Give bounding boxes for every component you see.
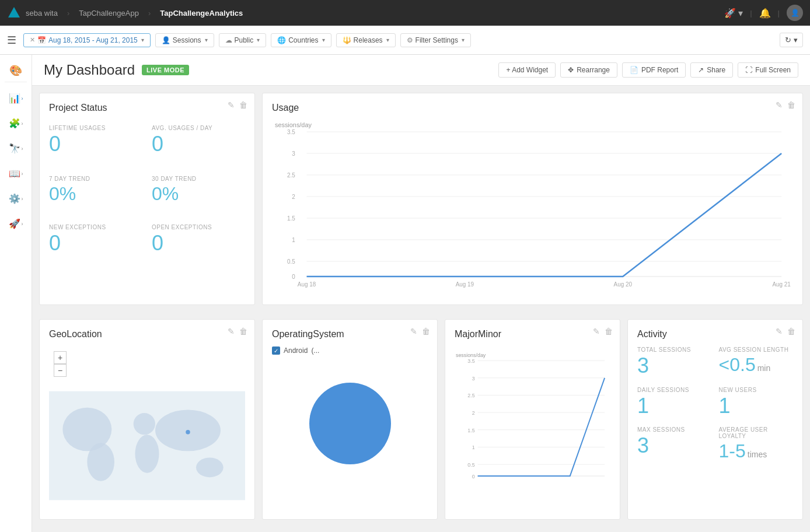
project-status-actions: ✎ 🗑: [228, 100, 247, 110]
edit-majorminor-icon[interactable]: ✎: [593, 327, 600, 336]
countries-button[interactable]: 🌐 Countries ▾: [271, 33, 331, 47]
fullscreen-label: Full Screen: [755, 66, 791, 74]
svg-text:0: 0: [292, 274, 295, 280]
delete-project-status-icon[interactable]: 🗑: [239, 100, 247, 110]
edit-project-status-icon[interactable]: ✎: [228, 100, 235, 110]
sessions-button[interactable]: 👤 Sessions ▾: [155, 33, 214, 47]
android-check-icon[interactable]: ✓: [272, 346, 280, 355]
dashboard-actions: + Add Widget ✥ Rearrange 📄 PDF Report ↗ …: [498, 62, 798, 78]
svg-text:2: 2: [472, 410, 475, 416]
map-zoom-out-button[interactable]: −: [54, 364, 67, 377]
daily-sessions-stat: DAILY SESSIONS 1: [637, 387, 712, 418]
total-sessions-value: 3: [637, 354, 712, 377]
brand-logo[interactable]: seba wita: [7, 6, 58, 20]
content-area: My Dashboard LIVE MODE + Add Widget ✥ Re…: [32, 55, 810, 532]
delete-geolocation-icon[interactable]: 🗑: [239, 327, 247, 336]
pdf-report-button[interactable]: 📄 PDF Report: [622, 62, 686, 78]
sidebar-item-explore[interactable]: 🔭 ›: [0, 137, 32, 160]
avg-session-length-stat: AVG SESSION LENGTH <0.5 min: [719, 346, 794, 377]
open-exceptions-value: 0: [152, 233, 245, 254]
top-navigation: seba wita › TapChallengeApp › TapChallen…: [0, 0, 810, 26]
map-zoom-in-button[interactable]: +: [54, 351, 67, 364]
android-legend-label: Android: [284, 346, 308, 355]
lifetime-usages-value: 0: [49, 134, 142, 155]
countries-label: Countries: [288, 36, 318, 44]
sidebar-item-plugins[interactable]: 🧩 ›: [0, 112, 32, 135]
avg-session-length-value: <0.5 min: [719, 354, 794, 376]
countries-icon: 🌐: [277, 36, 286, 44]
filter-settings-button[interactable]: ⚙ Filter Settings ▾: [400, 33, 471, 47]
sidebar-top: 🎨: [5, 60, 27, 82]
plugins-arrow-icon: ›: [22, 121, 23, 127]
share-button[interactable]: ↗ Share: [690, 62, 733, 78]
edit-activity-icon[interactable]: ✎: [776, 327, 783, 336]
total-sessions-stat: TOTAL SESSIONS 3: [637, 346, 712, 377]
lifetime-usages-label: LIFETIME USAGES: [49, 125, 142, 131]
rocket-icon[interactable]: 🚀 ▾: [724, 8, 743, 19]
calendar-icon: 📅: [37, 36, 46, 44]
delete-majorminor-icon[interactable]: 🗑: [605, 327, 613, 336]
edit-os-icon[interactable]: ✎: [410, 327, 417, 336]
operating-system-widget: OperatingSystem ✎ 🗑 ✓ Android (...: [262, 319, 438, 520]
geolocation-actions: ✎ 🗑: [228, 327, 247, 336]
activity-grid: TOTAL SESSIONS 3 AVG SESSION LENGTH <0.5…: [637, 346, 793, 462]
sessions-icon: 👤: [162, 36, 170, 44]
sidebar-item-docs[interactable]: 📖 ›: [0, 162, 32, 185]
svg-point-25: [134, 413, 155, 435]
docs-arrow-icon: ›: [22, 171, 23, 177]
add-widget-button[interactable]: + Add Widget: [498, 62, 556, 78]
avatar[interactable]: 👤: [787, 5, 803, 21]
full-screen-button[interactable]: ⛶ Full Screen: [738, 62, 798, 78]
rearrange-icon: ✥: [568, 66, 574, 74]
palette-icon[interactable]: 🎨: [9, 65, 22, 76]
open-exceptions-label: OPEN EXCEPTIONS: [152, 224, 245, 230]
sidebar-item-settings[interactable]: ⚙️ ›: [0, 187, 32, 210]
majorminor-actions: ✎ 🗑: [593, 327, 613, 336]
pie-chart-svg: [303, 377, 397, 470]
total-sessions-label: TOTAL SESSIONS: [637, 346, 712, 353]
date-range-button[interactable]: ✕ 📅 Aug 18, 2015 - Aug 21, 2015 ▾: [23, 33, 151, 47]
public-button[interactable]: ☁ Public ▾: [219, 33, 267, 47]
edit-usage-icon[interactable]: ✎: [776, 100, 783, 110]
os-legend: ✓ Android (...: [272, 346, 428, 355]
share-icon: ↗: [698, 66, 704, 74]
pdf-label: PDF Report: [641, 66, 678, 74]
plugins-icon: 🧩: [9, 118, 20, 129]
analytics-arrow-icon: ›: [22, 96, 23, 102]
brand-name: seba wita: [26, 9, 58, 18]
edit-geolocation-icon[interactable]: ✎: [228, 327, 235, 336]
bell-icon[interactable]: 🔔: [759, 8, 771, 19]
svg-text:2.5: 2.5: [467, 393, 474, 398]
fullscreen-icon: ⛶: [745, 66, 752, 74]
usage-chart: sessions/day 3.5 3 2.5 2 1.5 1: [272, 120, 793, 295]
app-name[interactable]: TapChallengeApp: [79, 9, 139, 18]
live-mode-badge: LIVE MODE: [142, 65, 189, 75]
map-controls: + −: [54, 351, 67, 377]
sidebar-item-deploy[interactable]: 🚀 ›: [0, 212, 32, 235]
delete-usage-icon[interactable]: 🗑: [787, 100, 795, 110]
releases-button[interactable]: 🔱 Releases ▾: [336, 33, 396, 47]
pdf-icon: 📄: [630, 66, 638, 74]
majorminor-chart: sessions/day 3.5 3 2.5 2 1.5 1: [455, 346, 610, 492]
new-exceptions-label: NEW EXCEPTIONS: [49, 224, 142, 230]
filter-settings-label: Filter Settings: [416, 36, 458, 44]
hamburger-icon[interactable]: ☰: [7, 34, 16, 47]
avg-session-length-unit: min: [757, 363, 771, 373]
avg-session-length-main: <0.5: [719, 354, 756, 376]
svg-text:Aug 18: Aug 18: [298, 281, 316, 288]
svg-text:sessions/day: sessions/day: [275, 121, 312, 128]
thirty-day-trend-stat: 30 DAY TREND 0%: [152, 171, 245, 208]
refresh-button[interactable]: ↻ ▾: [780, 33, 803, 47]
usage-actions: ✎ 🗑: [776, 100, 795, 110]
os-title: OperatingSystem: [272, 329, 428, 340]
avg-user-loyalty-label: AVERAGE USER LOYALTY: [719, 426, 794, 439]
delete-os-icon[interactable]: 🗑: [422, 327, 430, 336]
rearrange-button[interactable]: ✥ Rearrange: [560, 62, 617, 78]
avg-usages-stat: AVG. USAGES / DAY 0: [152, 120, 245, 159]
sessions-caret-icon: ▾: [205, 37, 208, 43]
delete-activity-icon[interactable]: 🗑: [787, 327, 795, 336]
sidebar-item-analytics[interactable]: 📊 ›: [0, 87, 32, 110]
avg-loyalty-main: 1-5: [719, 440, 746, 462]
top-widget-row: Project Status ✎ 🗑 LIFETIME USAGES 0 AVG…: [32, 86, 810, 319]
majorminor-title: MajorMinor: [455, 329, 610, 340]
